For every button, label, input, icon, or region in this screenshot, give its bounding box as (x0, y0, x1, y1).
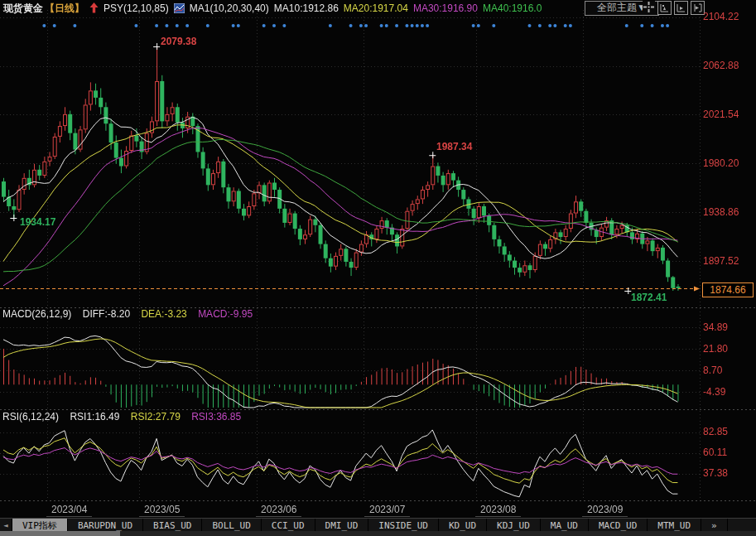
high-price-marker: 1987.34 (436, 141, 472, 152)
indicator-tab-bar: ◄ VIP指标 BARUPDN_UD BIAS_UD BOLL_UD CCI_U… (0, 518, 756, 532)
period-label: 【日线】 (45, 1, 84, 16)
rsi1-value: RSI1:16.49 (70, 411, 119, 423)
tab-boll[interactable]: BOLL_UD (202, 519, 261, 532)
macd-value: MACD:-9.95 (198, 308, 253, 320)
toolbar: 现货黄金【日线】 PSY(12,10,85) MA1(10,20,30,40) … (0, 0, 756, 16)
high-price-marker: 2079.38 (161, 36, 196, 47)
tab-more-button[interactable]: » (701, 519, 728, 532)
y-axis-tick: 2062.88 (703, 60, 739, 71)
psy-indicator-label[interactable]: PSY(12,10,85) (104, 1, 169, 16)
tab-dmi[interactable]: DMI_UD (315, 519, 369, 532)
macd-title[interactable]: MACD(26,12,9) (2, 308, 71, 320)
ma40-value: MA40:1916.0 (483, 1, 542, 16)
tab-mtm[interactable]: MTM_UD (648, 519, 701, 532)
rsi3-value: RSI3:36.85 (191, 411, 241, 423)
chart-window: 现货黄金【日线】 PSY(12,10,85) MA1(10,20,30,40) … (0, 0, 756, 536)
ma30-value: MA30:1916.90 (413, 1, 478, 16)
ma20-value: MA20:1917.04 (344, 1, 408, 16)
rsi-title[interactable]: RSI(6,12,24) (2, 411, 59, 423)
tab-bias[interactable]: BIAS_UD (143, 519, 202, 532)
ma10-value: MA10:1912.86 (274, 1, 339, 16)
scrollbar-thumb[interactable] (0, 531, 120, 536)
ma-group-label[interactable]: MA1(10,20,30,40) (190, 1, 269, 16)
x-axis-tick: 2023/07 (364, 504, 410, 517)
chart-thumbnail-icon (174, 3, 185, 13)
rsi-y-tick: 82.85 (703, 426, 728, 437)
x-axis-tick: 2023/09 (582, 504, 628, 517)
rsi-y-tick: 37.38 (703, 467, 728, 479)
macd-panel-header: MACD(26,12,9) DIFF:-8.20 DEA:-3.23 MACD:… (2, 308, 261, 320)
macd-diff-value: DIFF:-8.20 (83, 308, 130, 320)
rsi2-value: RSI2:27.79 (131, 411, 181, 423)
tab-ma[interactable]: MA_UD (541, 519, 589, 532)
arrow-up-icon (89, 2, 99, 13)
tab-kd[interactable]: KD_UD (439, 519, 487, 532)
rsi-panel-header: RSI(6,12,24) RSI1:16.49 RSI2:27.79 RSI3:… (2, 411, 249, 423)
tab-barupdn[interactable]: BARUPDN_UD (68, 519, 143, 532)
low-price-marker: 1934.17 (20, 216, 55, 228)
tab-macd[interactable]: MACD_UD (589, 519, 648, 532)
y-axis-tick: 2021.54 (703, 109, 739, 120)
tab-vip-indicator[interactable]: VIP指标 (12, 519, 68, 532)
macd-y-tick: -4.39 (703, 386, 725, 398)
x-axis-tick: 2023/08 (475, 504, 521, 517)
y-axis-tick: 1980.20 (703, 157, 739, 169)
macd-y-tick: 8.70 (703, 365, 722, 376)
tab-cci[interactable]: CCI_UD (262, 519, 315, 532)
x-axis-tick: 2023/04 (46, 504, 92, 517)
tab-scroll-left-button[interactable]: ◄ (0, 519, 12, 532)
price-chart-canvas[interactable] (0, 0, 756, 536)
tab-kdj[interactable]: KDJ_UD (487, 519, 541, 532)
symbol-name: 现货黄金 (3, 1, 43, 16)
y-axis-tick: 1938.86 (703, 206, 739, 218)
low-price-marker: 1872.41 (631, 292, 667, 303)
tab-inside[interactable]: INSIDE_UD (368, 519, 439, 532)
y-axis-tick: 1897.52 (703, 255, 739, 267)
macd-y-tick: 21.80 (703, 343, 728, 355)
rsi-y-tick: 60.11 (703, 447, 727, 458)
macd-dea-value: DEA:-3.23 (141, 308, 186, 320)
horizontal-scrollbar[interactable] (0, 531, 756, 536)
x-axis-tick: 2023/05 (139, 504, 185, 517)
last-price-badge: 1874.66 (702, 282, 754, 297)
x-axis-tick: 2023/06 (256, 504, 301, 517)
macd-y-tick: 34.89 (703, 321, 728, 333)
